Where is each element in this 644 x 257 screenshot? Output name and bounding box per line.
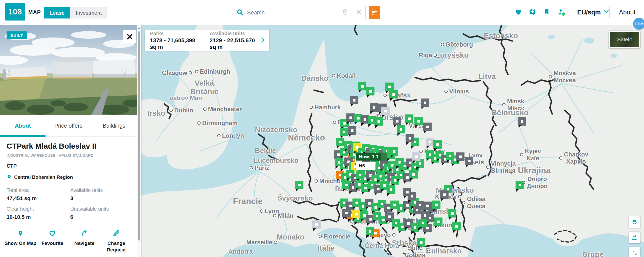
marker-inner-square (374, 232, 377, 234)
map-marker[interactable] (358, 82, 366, 90)
map-marker[interactable] (412, 152, 420, 161)
map-label-country: Andorra (228, 248, 253, 255)
map-marker[interactable] (389, 90, 398, 98)
app-logo[interactable]: 108 (5, 3, 25, 21)
map-marker[interactable] (387, 185, 395, 194)
search-input[interactable] (247, 9, 342, 16)
map-marker[interactable] (390, 147, 398, 156)
layers-icon (631, 219, 638, 225)
parks-stat: Parks 1378 ▪ 71,605,398 sq m (150, 31, 200, 50)
map-marker[interactable] (434, 218, 442, 226)
region-link-label: Central Bohemian Region (14, 174, 73, 180)
map-marker[interactable] (448, 209, 456, 218)
location-pin-icon[interactable] (342, 9, 348, 16)
about-link[interactable]: About (619, 9, 635, 16)
map-marker[interactable] (433, 140, 442, 149)
share-map-button[interactable] (629, 232, 640, 243)
map-marker[interactable] (295, 181, 303, 189)
map-marker[interactable] (352, 210, 360, 218)
map-marker[interactable] (397, 125, 405, 133)
scroll-up-arrow[interactable] (138, 27, 140, 29)
about-link-label: About (619, 9, 635, 16)
map-label-city: Hamburk (309, 104, 341, 111)
map-marker[interactable] (413, 206, 421, 214)
navigate-button[interactable]: Navigate (69, 229, 100, 253)
map-marker[interactable] (366, 227, 374, 235)
lease-tab[interactable]: Lease (44, 7, 70, 18)
map-marker[interactable] (342, 209, 351, 217)
bookmarks-button[interactable] (543, 8, 551, 16)
show-on-map-button[interactable]: Show On Map (5, 229, 36, 253)
close-icon (126, 33, 133, 40)
stats-expand-button[interactable] (260, 37, 266, 44)
map-marker[interactable] (409, 170, 418, 179)
map-marker[interactable] (374, 117, 383, 126)
investment-tab[interactable]: Investment (70, 7, 107, 18)
photo-prev-button[interactable]: ‹ (5, 65, 10, 78)
photo-next-button[interactable]: › (121, 65, 126, 78)
detail-value: 10-10.5 m (7, 214, 67, 220)
map-marker[interactable] (381, 107, 390, 115)
tab-about[interactable]: About (0, 115, 46, 136)
city-dot-icon (462, 201, 465, 204)
map-label-city: Marseille (246, 239, 277, 246)
change-request-button[interactable]: Change Request (100, 229, 132, 253)
scrollbar-thumb[interactable] (138, 31, 140, 241)
notification-badge[interactable]: 193M (633, 18, 644, 30)
map-marker[interactable] (336, 138, 344, 146)
map-marker[interactable] (426, 138, 434, 146)
map-marker[interactable] (366, 87, 374, 95)
map-label-city: Manchester (203, 106, 242, 113)
map-marker[interactable] (419, 219, 427, 227)
map-marker[interactable] (414, 117, 423, 125)
map-marker[interactable] (465, 157, 473, 165)
developer-link[interactable]: CTP (7, 163, 17, 169)
map-label-city: MinskМінск (502, 98, 524, 112)
clear-search-icon[interactable] (356, 9, 362, 16)
map-marker[interactable] (456, 152, 464, 161)
close-panel-button[interactable] (123, 30, 136, 43)
map-marker[interactable] (350, 96, 358, 104)
map-label-city: CharkovХарків (559, 151, 588, 165)
map-marker[interactable] (348, 126, 356, 135)
tab-buildings[interactable]: Buildings (91, 115, 137, 136)
marker-inner-square (521, 120, 523, 123)
map-marker[interactable] (432, 201, 440, 209)
city-dot-icon (392, 233, 396, 237)
filter-button[interactable] (369, 6, 380, 19)
stats-card[interactable]: Parks 1378 ▪ 71,605,398 sq m Available u… (145, 30, 269, 51)
layers-button[interactable] (629, 216, 640, 228)
map-marker[interactable] (406, 134, 414, 142)
map-marker[interactable] (423, 123, 432, 131)
panel-scrollbar[interactable] (137, 25, 141, 257)
account-button[interactable] (557, 8, 565, 16)
region-link[interactable]: Central Bohemian Region (7, 174, 73, 181)
map-marker[interactable] (370, 103, 378, 112)
map-marker[interactable] (421, 98, 429, 107)
map-marker[interactable] (403, 188, 411, 196)
map-marker[interactable] (452, 222, 461, 230)
favourites-button[interactable] (514, 8, 522, 16)
search-bar (232, 6, 366, 19)
map-label-city: DniproДніпро (522, 175, 547, 189)
map-marker[interactable] (516, 181, 524, 189)
satellite-view-button[interactable]: Satelit (609, 31, 640, 48)
marker-inner-square (345, 184, 348, 186)
map-marker[interactable] (518, 117, 526, 126)
saved-maps-button[interactable] (528, 8, 537, 16)
map-marker[interactable] (346, 113, 355, 122)
marker-inner-square (377, 120, 380, 123)
map-marker[interactable] (385, 83, 394, 91)
tab-price-offers[interactable]: Price offers (46, 115, 91, 136)
favourite-button[interactable]: Favourite (36, 229, 68, 253)
map-marker[interactable] (393, 117, 401, 125)
currency-selector[interactable]: EU/sqm (577, 8, 609, 16)
map-marker[interactable] (340, 128, 348, 136)
map-marker[interactable] (417, 238, 425, 247)
draw-button[interactable] (629, 247, 640, 257)
map-marker[interactable] (405, 114, 413, 123)
city-dot-icon (441, 43, 444, 46)
map-marker[interactable] (312, 220, 321, 229)
map-label-city: Kodaň (332, 72, 356, 79)
map-marker[interactable] (440, 190, 449, 199)
